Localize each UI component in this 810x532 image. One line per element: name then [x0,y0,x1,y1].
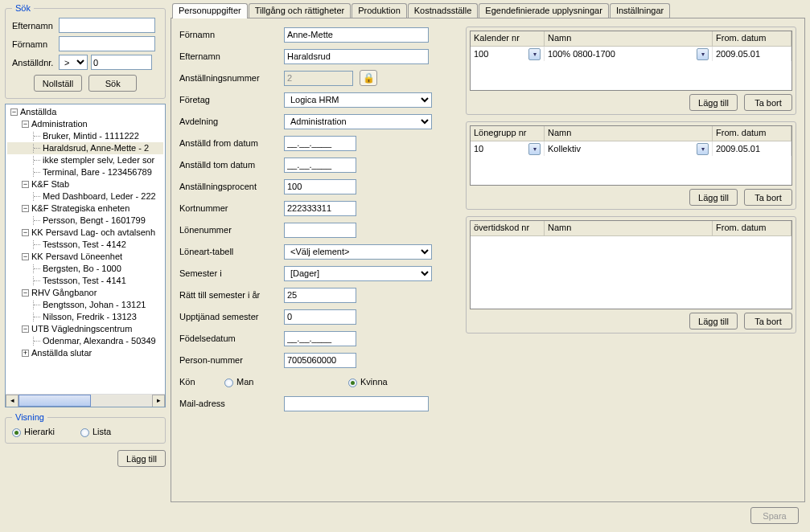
tree-node[interactable]: −UTB Vägledningscentrum [7,323,163,335]
tree-node[interactable]: ikke stempler selv, Leder sor [7,154,163,166]
fornamn-input[interactable] [284,27,429,43]
radio-icon [80,428,89,437]
gender-kvinna-radio[interactable]: Kvinna [348,377,453,387]
tree-node[interactable]: Testsson, Test - 4142 [7,239,163,251]
tab-tillg-ng-och-r-ttigheter[interactable]: Tillgång och rättigheter [249,3,352,18]
ratt-input[interactable] [284,288,356,303]
save-button[interactable]: Spara [750,507,799,524]
scroll-left-icon[interactable]: ◂ [6,395,19,407]
grid-lonegrupp: Lönegrupp nrNamnFrom. datum10▾Kollektiv▾… [466,121,796,210]
tree-node[interactable]: +Anställda slutar [7,347,163,359]
search-op-select[interactable]: > [59,55,88,70]
nollstall-button[interactable]: Nollställ [34,75,83,92]
kort-input[interactable] [284,201,356,216]
tom-label: Anställd tom datum [179,160,284,170]
efternamn-label: Efternamn [179,51,284,61]
search-fornamn-label: Förnamn [12,39,59,49]
tree-node[interactable]: Nilsson, Fredrik - 13123 [7,311,163,323]
semester-label: Semester i [179,268,284,278]
loneart-select[interactable]: <Välj element> [284,244,432,260]
employee-tree[interactable]: −Anställda−AdministrationBruker, Mintid … [5,104,166,407]
tree-node[interactable]: −K&F Strategiska enheten [7,203,163,215]
tree-node[interactable]: Testsson, Test - 4141 [7,275,163,287]
tree-node[interactable]: Terminal, Bare - 123456789 [7,166,163,178]
tree-node[interactable]: −RHV Gångbanor [7,287,163,299]
grid-header-cell: From. datum [713,31,791,47]
foretag-label: Företag [179,95,284,104]
view-lista-radio[interactable]: Lista [80,427,111,436]
sok-button[interactable]: Sök [88,75,137,92]
grid-add-button[interactable]: Lägg till [689,313,738,329]
efternamn-input[interactable] [284,49,429,64]
semester-select[interactable]: [Dager] [284,266,432,281]
view-hierarki-radio[interactable]: Hierarki [12,427,55,436]
tree-node[interactable]: Bergsten, Bo - 1000 [7,263,163,275]
chevron-down-icon[interactable]: ▾ [528,48,541,60]
tree-node[interactable]: −KK Persavd Lag- och avtalsenh [7,227,163,239]
tab-kostnadsst-lle[interactable]: Kostnadsställe [408,3,479,18]
grid-row[interactable]: 10▾Kollektiv▾2009.05.01 [471,141,791,156]
grid-header-cell: Kalender nr [471,31,545,47]
mail-label: Mail-adress [179,399,284,408]
procent-label: Anställningsprocent [179,182,284,191]
search-fornamn-input[interactable] [59,36,155,51]
view-box: Visning Hierarki Lista [5,412,166,444]
pnr-label: Person-nummer [179,355,284,365]
procent-input[interactable] [284,179,356,194]
search-anstalldnr-label: Anställdnr. [12,58,59,68]
search-efternamn-label: Efternamn [12,21,59,31]
grid-row[interactable]: 100▾100% 0800-1700▾2009.05.01 [471,47,791,61]
tab-inst-llningar[interactable]: Inställningar [610,3,670,18]
scroll-thumb[interactable] [19,395,91,407]
avdelning-select[interactable]: Administration [284,114,432,129]
grid-header-cell: Namn [545,126,713,141]
grid-remove-button[interactable]: Ta bort [744,189,792,206]
tab-produktion[interactable]: Produktion [352,3,407,18]
grid-add-button[interactable]: Lägg till [689,189,738,206]
left-add-button[interactable]: Lägg till [117,450,166,467]
lone-input[interactable] [284,223,356,238]
kort-label: Kortnummer [179,203,284,213]
fodelse-input[interactable] [284,331,356,346]
tree-node[interactable]: −Administration [7,118,163,130]
grid-kalender: Kalender nrNamnFrom. datum100▾100% 0800-… [466,27,796,115]
tree-node[interactable]: −Anställda [7,106,163,118]
foretag-select[interactable]: Logica HRM [284,92,432,108]
anstnr-input [284,71,353,86]
fodelse-label: Födelsedatum [179,334,284,343]
anstnr-label: Anställningsnummer [179,73,284,83]
avdelning-label: Avdelning [179,117,284,126]
lock-icon[interactable]: 🔒 [360,70,377,86]
grid-header-cell: From. datum [713,126,791,141]
upp-input[interactable] [284,309,356,325]
chevron-down-icon[interactable]: ▾ [528,143,541,155]
tree-hscroll[interactable]: ◂ ▸ [6,394,165,407]
tree-node[interactable]: Med Dashboard, Leder - 222 [7,190,163,203]
gender-man-radio[interactable]: Man [224,377,329,387]
view-legend: Visning [12,412,47,422]
from-input[interactable] [284,136,356,151]
grid-remove-button[interactable]: Ta bort [744,94,792,111]
scroll-right-icon[interactable]: ▸ [152,395,165,407]
tom-input[interactable] [284,158,356,173]
tree-node[interactable]: Haraldsrud, Anne-Mette - 2 [7,142,163,154]
grid-header-cell: Lönegrupp nr [471,126,545,141]
search-num-input[interactable] [91,55,152,70]
grid-remove-button[interactable]: Ta bort [744,313,792,329]
tree-node[interactable]: Persson, Bengt - 1601799 [7,215,163,227]
search-efternamn-input[interactable] [59,18,155,33]
tree-node[interactable]: −K&F Stab [7,178,163,190]
chevron-down-icon[interactable]: ▾ [697,48,709,60]
chevron-down-icon[interactable]: ▾ [697,143,709,155]
tab-egendefinierade-upplysningar[interactable]: Egendefinierade upplysningar [479,3,609,18]
tree-node[interactable]: Odenmar, Alexandra - 50349 [7,335,163,347]
tree-node[interactable]: Bruker, Mintid - 1111222 [7,130,163,142]
pnr-input[interactable] [284,353,356,368]
tab-personuppgifter[interactable]: Personuppgifter [172,3,248,18]
tree-node[interactable]: Bengtsson, Johan - 13121 [7,299,163,311]
loneart-label: Löneart-tabell [179,247,284,256]
fornamn-label: Förnamn [179,30,284,39]
grid-add-button[interactable]: Lägg till [689,94,738,111]
tree-node[interactable]: −KK Persavd Löneenhet [7,251,163,263]
mail-input[interactable] [284,396,429,411]
